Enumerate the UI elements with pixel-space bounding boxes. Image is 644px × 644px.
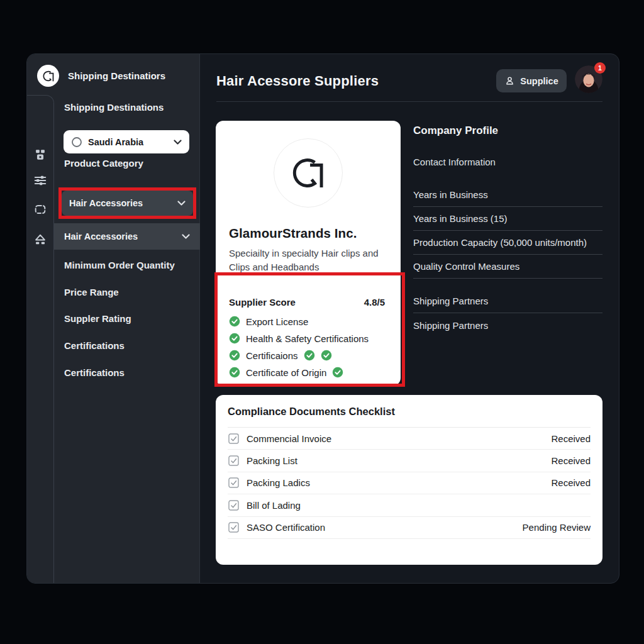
supplier-specialty: Speciailty in specialty Hair clips and C… [229, 247, 387, 274]
compliance-row-commencial-invoice[interactable]: Commencial Invoice Received [228, 428, 591, 450]
checkbox-icon[interactable] [228, 455, 240, 467]
supplier-score-value: 4.8/5 [364, 297, 387, 308]
compliance-row-bill-of-lading[interactable]: Bill of Lading [228, 494, 591, 516]
country-select-value: Saudi Arabia [88, 137, 168, 147]
profile-row-shipping-partners-2[interactable]: Shipping Partners [413, 313, 602, 337]
header-divider [216, 101, 602, 102]
category-label: Product Category [64, 158, 143, 169]
document-label: Commencial Invoice [247, 433, 544, 444]
sidebar: Shipping Destinatiors [27, 54, 200, 583]
document-status: Received [551, 477, 591, 488]
sidebar-item-hair-accessories[interactable]: Hair Accessories [54, 223, 200, 250]
user-avatar[interactable]: 1 [575, 65, 604, 94]
trending-icon[interactable] [33, 232, 48, 247]
category-select-value: Hair Accessories [69, 198, 172, 208]
document-status: Received [551, 433, 591, 444]
document-label: Bill of Lading [247, 500, 584, 511]
chevron-down-icon [177, 201, 186, 206]
check-circle-icon [229, 316, 240, 327]
check-row-health-safety: Health & Safety Certifications [229, 333, 387, 344]
profile-row-shipping-partners-1[interactable]: Shipping Partners [413, 289, 602, 313]
profile-row-years[interactable]: Years in Business [413, 183, 602, 207]
check-circle-icon [304, 350, 315, 361]
company-profile: Company Profile Contact Information Year… [413, 121, 602, 337]
country-select[interactable]: Saudi Arabia [64, 130, 189, 153]
profile-row-years-15[interactable]: Years in Business (15) [413, 207, 602, 231]
document-status: Received [551, 455, 591, 466]
check-circle-icon [321, 350, 332, 361]
profile-row-quality-control[interactable]: Quality Control Measures [413, 255, 602, 279]
check-label: Export License [246, 316, 308, 327]
brand-logo-icon [37, 65, 59, 87]
document-label: Packing List [247, 455, 544, 466]
supplice-button-label: Supplice [520, 76, 558, 86]
notification-badge: 1 [594, 62, 606, 74]
destinations-label: Shipping Destinations [64, 102, 164, 113]
sidebar-item-suppler-rating[interactable]: Suppler Rating [64, 313, 131, 324]
filters-icon[interactable] [33, 173, 48, 188]
check-row-certificate-origin: Certificate of Origin [229, 367, 387, 378]
checkbox-icon[interactable] [228, 433, 240, 445]
compliance-row-packing-list[interactable]: Packing List Received [228, 450, 591, 472]
check-row-certificaions: Certificaions [229, 350, 387, 361]
compliance-row-saso-certification[interactable]: SASO Certification Pending Review [228, 517, 591, 539]
compliance-list: Commencial Invoice Received Packing List… [228, 427, 591, 539]
supplier-logo-icon [274, 138, 343, 208]
sidebar-item-price-range[interactable]: Price Range [64, 287, 119, 297]
compliance-card: Compliance Documents Checklist Commencia… [216, 395, 602, 565]
checkbox-icon[interactable] [228, 477, 240, 489]
products-icon[interactable] [33, 147, 48, 162]
category-select-highlight: Hair Accessories [58, 187, 196, 219]
sidebar-item-certifications-2[interactable]: Certifications [64, 367, 125, 378]
sync-icon[interactable] [33, 202, 48, 217]
supplice-button[interactable]: Supplice [496, 69, 567, 92]
check-row-export-license: Export License [229, 316, 387, 327]
compliance-row-packing-ladics[interactable]: Packing Ladics Received [228, 472, 591, 494]
check-circle-icon [229, 333, 240, 344]
brand-title: Shipping Destinatiors [68, 70, 165, 81]
page-title: Hair Acessore Suppliers [216, 73, 379, 89]
radio-icon [71, 136, 82, 148]
supplier-card: GlamourStrands Inc. Speciailty in specia… [216, 121, 401, 386]
compliance-title: Compliance Documents Checklist [228, 406, 591, 418]
checkbox-icon[interactable] [228, 499, 240, 511]
check-label: Health & Safety Certifications [246, 333, 369, 344]
category-select[interactable]: Hair Accessories [62, 191, 193, 216]
supplier-checklist: Export License Health & Safety Certifica… [229, 316, 387, 378]
check-circle-icon [332, 367, 343, 378]
check-label: Certificaions [246, 350, 298, 361]
document-label: Packing Ladics [247, 477, 544, 488]
supplier-name: GlamourStrands Inc. [229, 226, 387, 241]
supplier-score-label: Supplier Score [229, 297, 364, 308]
check-circle-icon [229, 367, 240, 378]
chevron-down-icon [182, 234, 190, 239]
contact-information-label[interactable]: Contact Information [413, 157, 602, 167]
check-label: Certificate of Origin [246, 367, 326, 378]
icon-rail [27, 95, 54, 583]
app-window: Shipping Destinatiors [26, 53, 619, 584]
profile-row-production-capacity[interactable]: Production Capacity (50,000 units/month) [413, 231, 602, 255]
person-icon [504, 75, 515, 86]
check-circle-icon [229, 350, 240, 361]
company-profile-title: Company Profile [413, 125, 602, 137]
document-label: SASO Certification [247, 522, 516, 533]
brand: Shipping Destinatiors [37, 65, 165, 87]
chevron-down-icon [174, 140, 182, 145]
checkbox-icon[interactable] [228, 521, 240, 533]
sidebar-item-minimum-order-quantity[interactable]: Minimum Order Quantity [64, 260, 175, 270]
selected-item-label: Hair Accessories [64, 231, 177, 242]
sidebar-item-certifications-1[interactable]: Certifications [64, 340, 125, 351]
document-status: Pending Review [523, 522, 591, 533]
